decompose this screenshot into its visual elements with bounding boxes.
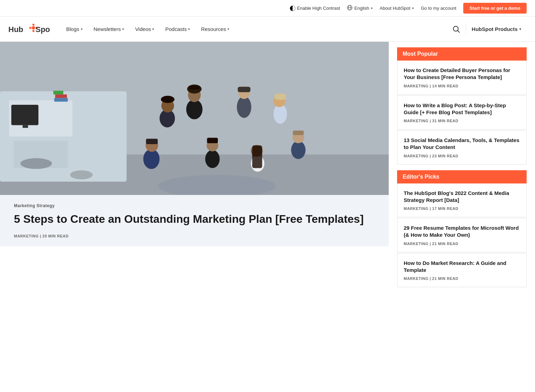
svg-text:Spot: Spot xyxy=(36,25,50,34)
about-chevron: ▾ xyxy=(412,6,414,10)
svg-point-19 xyxy=(20,158,52,169)
editors-picks-title: Editor's Picks xyxy=(397,170,527,183)
card-category: MARKETING xyxy=(404,242,428,246)
search-button[interactable] xyxy=(450,23,463,36)
article-meta-category: MARKETING xyxy=(14,234,39,238)
card-category: MARKETING xyxy=(404,119,428,123)
svg-point-7 xyxy=(29,27,31,29)
svg-rect-32 xyxy=(207,138,218,143)
card-read-time: 14 MIN READ xyxy=(432,84,458,88)
language-chevron: ▾ xyxy=(371,6,373,10)
resources-chevron: ▾ xyxy=(227,27,229,31)
site-logo[interactable]: Hub Spot xyxy=(8,23,50,36)
card-separator: | xyxy=(430,154,432,158)
article-meta-read-time: 20 MIN READ xyxy=(42,234,69,238)
hubspot-products-label: HubSpot Products xyxy=(472,26,518,32)
products-chevron: ▾ xyxy=(519,27,521,31)
list-item[interactable]: How to Create Detailed Buyer Personas fo… xyxy=(397,61,527,95)
about-label: About HubSpot xyxy=(380,6,410,11)
svg-rect-29 xyxy=(274,94,286,100)
nav-item-blogs[interactable]: Blogs ▾ xyxy=(61,23,87,35)
card-separator: | xyxy=(430,206,432,211)
card-read-time: 23 MIN READ xyxy=(432,154,458,158)
card-category: MARKETING xyxy=(404,276,428,281)
about-hubspot-link[interactable]: About HubSpot ▾ xyxy=(380,6,414,11)
article-meta-separator: | xyxy=(40,234,41,238)
newsletters-chevron: ▾ xyxy=(122,27,124,31)
nav-hubspot-products[interactable]: HubSpot Products ▾ xyxy=(466,23,527,35)
card-meta: MARKETING | 31 MIN READ xyxy=(404,119,520,123)
svg-text:Hub: Hub xyxy=(8,25,23,34)
svg-line-11 xyxy=(458,30,459,32)
card-category: MARKETING xyxy=(404,206,428,211)
card-separator: | xyxy=(430,84,432,88)
card-title: The HubSpot Blog's 2022 Content & Media … xyxy=(404,190,520,204)
card-title: How to Do Market Research: A Guide and T… xyxy=(404,260,520,274)
svg-rect-26 xyxy=(238,87,250,92)
card-title: How to Create Detailed Buyer Personas fo… xyxy=(404,67,520,81)
svg-point-48 xyxy=(70,170,93,179)
nav-item-newsletters[interactable]: Newsletters ▾ xyxy=(89,23,129,35)
card-meta: MARKETING | 23 MIN READ xyxy=(404,154,520,158)
nav-items: Blogs ▾ Newsletters ▾ Videos ▾ Podcasts … xyxy=(61,23,450,35)
svg-point-30 xyxy=(205,150,220,168)
svg-point-6 xyxy=(32,30,34,32)
main-column: Marketing Strategy 5 Steps to Create an … xyxy=(0,42,389,298)
card-meta: MARKETING | 21 MIN READ xyxy=(404,242,520,246)
svg-rect-35 xyxy=(252,146,262,168)
svg-point-5 xyxy=(32,24,34,26)
card-read-time: 31 MIN READ xyxy=(432,119,458,123)
svg-rect-46 xyxy=(55,94,67,98)
list-item[interactable]: 29 Free Resume Templates for Microsoft W… xyxy=(397,218,527,252)
contrast-icon xyxy=(290,6,295,11)
nav-newsletters-label: Newsletters xyxy=(94,26,121,32)
svg-rect-18 xyxy=(23,125,28,128)
card-title: 29 Free Resume Templates for Microsoft W… xyxy=(404,225,520,239)
svg-rect-44 xyxy=(293,131,304,135)
card-title: 13 Social Media Calendars, Tools, & Temp… xyxy=(404,137,520,151)
nav-item-videos[interactable]: Videos ▾ xyxy=(130,23,159,35)
nav-item-resources[interactable]: Resources ▾ xyxy=(196,23,234,35)
high-contrast-toggle[interactable]: Enable High Contrast xyxy=(290,6,340,11)
svg-point-42 xyxy=(291,141,306,159)
nav-podcasts-label: Podcasts xyxy=(165,26,187,32)
card-separator: | xyxy=(430,276,432,281)
list-item[interactable]: 13 Social Media Calendars, Tools, & Temp… xyxy=(397,130,527,165)
account-label: Go to my account xyxy=(421,6,456,11)
globe-icon xyxy=(347,5,352,11)
editors-picks-section: Editor's Picks The HubSpot Blog's 2022 C… xyxy=(397,170,527,288)
hero-image xyxy=(0,42,389,195)
my-account-link[interactable]: Go to my account xyxy=(421,6,456,11)
card-read-time: 21 MIN READ xyxy=(432,242,458,246)
list-item[interactable]: The HubSpot Blog's 2022 Content & Media … xyxy=(397,183,527,218)
top-bar: Enable High Contrast English ▾ About Hub… xyxy=(0,0,535,17)
list-item[interactable]: How to Do Market Research: A Guide and T… xyxy=(397,253,527,288)
svg-rect-47 xyxy=(53,91,63,94)
list-item[interactable]: How to Write a Blog Post: A Step-by-Step… xyxy=(397,95,527,130)
svg-rect-17 xyxy=(11,105,38,125)
svg-rect-23 xyxy=(189,86,200,89)
card-category: MARKETING xyxy=(404,154,428,158)
article-info: Marketing Strategy 5 Steps to Create an … xyxy=(0,195,389,246)
podcasts-chevron: ▾ xyxy=(188,27,190,31)
card-separator: | xyxy=(430,119,432,123)
svg-rect-38 xyxy=(146,139,158,144)
videos-chevron: ▾ xyxy=(152,27,154,31)
start-free-button[interactable]: Start free or get a demo xyxy=(463,3,527,14)
svg-rect-45 xyxy=(54,98,68,102)
card-title: How to Write a Blog Post: A Step-by-Step… xyxy=(404,102,520,116)
language-selector[interactable]: English ▾ xyxy=(347,5,373,11)
card-meta: MARKETING | 14 MIN READ xyxy=(404,84,520,88)
main-navigation: Hub Spot Blogs ▾ Newsletters ▾ Videos ▾ … xyxy=(0,17,535,42)
nav-item-podcasts[interactable]: Podcasts ▾ xyxy=(160,23,195,35)
most-popular-section: Most Popular How to Create Detailed Buye… xyxy=(397,47,527,165)
blogs-chevron: ▾ xyxy=(81,27,83,31)
article-title: 5 Steps to Create an Outstanding Marketi… xyxy=(14,212,375,226)
article-category[interactable]: Marketing Strategy xyxy=(14,203,375,208)
card-read-time: 17 MIN READ xyxy=(432,206,458,211)
svg-point-36 xyxy=(143,149,160,169)
card-read-time: 21 MIN READ xyxy=(432,276,458,281)
card-meta: MARKETING | 21 MIN READ xyxy=(404,276,520,281)
sidebar: Most Popular How to Create Detailed Buye… xyxy=(389,42,535,298)
search-icon xyxy=(452,25,460,33)
